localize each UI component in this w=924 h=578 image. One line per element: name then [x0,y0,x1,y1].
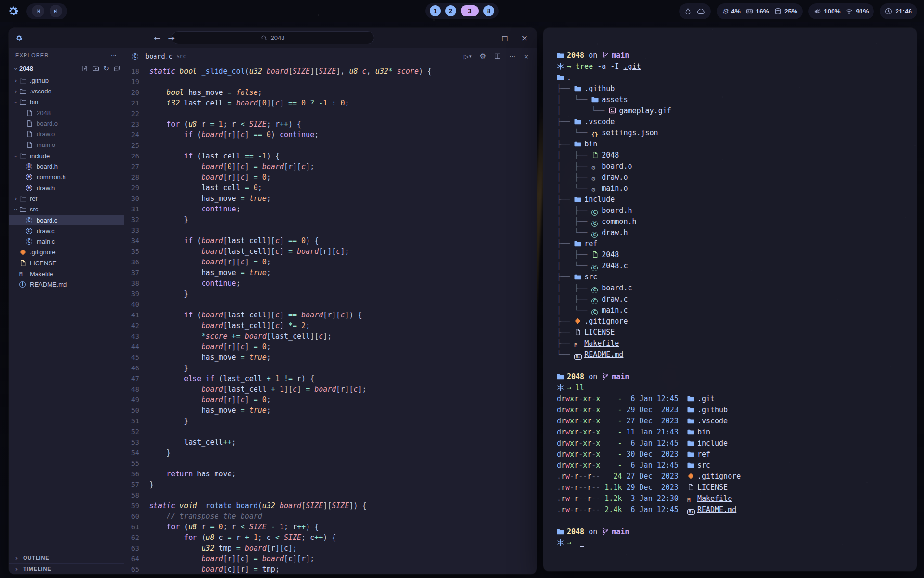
tab-board-c[interactable]: C board.c src [132,53,187,60]
code-line[interactable]: 21 i32 last_cell = board[0][c] == 0 ? -1… [124,98,537,108]
explorer-item-Makefile[interactable]: MMakefile [9,268,124,279]
code-line[interactable]: 40 [124,299,537,310]
code-line[interactable]: 54 } [124,447,537,458]
code-line[interactable]: 18static bool _slide_col(u32 board[SIZE]… [124,66,537,77]
code-line[interactable]: 28 board[r][c] = 0; [124,172,537,183]
new-file-button[interactable] [81,65,88,72]
wifi-stat[interactable]: 91% [846,8,869,15]
volume-stat[interactable]: 100% [814,8,841,15]
code-line[interactable]: 34 if (board[last_cell][c] == 0) { [124,236,537,246]
code-line[interactable]: 27 board[0][c] = board[r][c]; [124,161,537,172]
code-line[interactable]: 64 board[r][c] = board[c][r]; [124,553,537,564]
code-line[interactable]: 44 board[r][c] = 0; [124,342,537,352]
code-line[interactable]: 51 } [124,416,537,426]
explorer-item-include[interactable]: ›include [9,150,124,161]
code-line[interactable]: 31 continue; [124,204,537,214]
terminal-command-line[interactable]: → tree -a -I .git [557,61,905,72]
explorer-root-row[interactable]: › 2048 ↻ [9,63,124,74]
more-actions-button[interactable]: ⋯ [509,53,515,60]
code-line[interactable]: 24 if (board[r][c] == 0) continue; [124,130,537,140]
code-line[interactable]: 46 } [124,363,537,373]
explorer-item-.github[interactable]: ›.github [9,75,124,86]
explorer-item-.gitignore[interactable]: .gitignore [9,247,124,258]
split-editor-button[interactable] [494,53,501,60]
code-line[interactable]: 20 bool has_move = false; [124,87,537,98]
outline-panel-header[interactable]: › OUTLINE [9,552,124,563]
code-line[interactable]: 47 else if (last_cell + 1 != r) { [124,373,537,384]
code-line[interactable]: 52 [124,426,537,437]
workspace-2[interactable]: 2 [445,5,456,16]
code-line[interactable]: 65 board[c][r] = tmp; [124,564,537,574]
code-line[interactable]: 23 for (u8 r = 1; r < SIZE; r++) { [124,119,537,130]
code-line[interactable]: 61 for (u8 r = 0; r < SIZE - 1; r++) { [124,522,537,532]
code-line[interactable]: 43 *score += board[last_cell][c]; [124,331,537,342]
explorer-item-draw.h[interactable]: Hdraw.h [9,183,124,193]
code-line[interactable]: 48 board[last_cell + 1][c] = board[r][c]… [124,384,537,394]
weather-widget[interactable] [679,3,711,19]
explorer-item-board.h[interactable]: Hboard.h [9,161,124,171]
timeline-panel-header[interactable]: › TIMELINE [9,563,124,574]
explorer-item-bin[interactable]: ›bin [9,97,124,107]
explorer-item-.vscode[interactable]: ›.vscode [9,86,124,96]
explorer-more-icon[interactable]: ⋯ [111,52,117,59]
settings-gear-icon[interactable]: ⚙ [480,52,486,61]
code-line[interactable]: 22 [124,108,537,119]
code-line[interactable]: 60 // transpose the board [124,511,537,522]
code-line[interactable]: 38 continue; [124,278,537,289]
code-line[interactable]: 63 u32 tmp = board[r][c]; [124,543,537,553]
code-line[interactable]: 37 has_move = true; [124,267,537,278]
explorer-item-common.h[interactable]: Hcommon.h [9,172,124,183]
explorer-item-README.md[interactable]: iREADME.md [9,279,124,290]
nav-back-button[interactable]: ← [154,34,160,43]
explorer-item-draw.o[interactable]: draw.o [9,129,124,139]
code-line[interactable]: 53 last_cell++; [124,437,537,447]
terminal-command-line[interactable]: → ll [557,382,905,394]
minimize-button[interactable]: — [482,34,489,42]
code-line[interactable]: 32 } [124,214,537,225]
explorer-item-LICENSE[interactable]: LICENSE [9,258,124,268]
code-line[interactable]: 55 [124,458,537,469]
code-line[interactable]: 26 if (last_cell == -1) { [124,151,537,161]
code-editor[interactable]: 18static bool _slide_col(u32 board[SIZE]… [124,65,537,574]
code-line[interactable]: 41 if (board[last_cell][c] == board[r][c… [124,310,537,320]
code-line[interactable]: 57} [124,479,537,490]
clock-widget[interactable]: 21:46 [880,3,917,19]
explorer-item-src[interactable]: ›src [9,204,124,215]
code-line[interactable]: 30 has_move = true; [124,193,537,204]
media-prev-button[interactable] [32,5,44,17]
code-line[interactable]: 39 } [124,289,537,299]
system-logo-icon[interactable] [7,5,20,18]
code-line[interactable]: 50 has_move = true; [124,405,537,416]
code-line[interactable]: 36 board[r][c] = 0; [124,257,537,267]
close-button[interactable]: × [521,33,528,43]
explorer-item-main.o[interactable]: main.o [9,140,124,150]
code-line[interactable]: 62 for (u8 c = r + 1; c < SIZE; c++) { [124,532,537,543]
maximize-button[interactable]: □ [502,34,508,42]
code-line[interactable]: 19 [124,77,537,87]
explorer-item-board.c[interactable]: Cboard.c [9,215,124,225]
command-center-search[interactable]: 2048 [171,31,374,44]
code-line[interactable]: 29 last_cell = 0; [124,183,537,193]
explorer-item-board.o[interactable]: board.o [9,118,124,129]
code-line[interactable]: 42 board[last_cell][c] *= 2; [124,320,537,331]
code-line[interactable]: 33 [124,225,537,236]
terminal-body[interactable]: 2048 on main→ tree -a -I .git.├── .githu… [543,28,917,569]
nav-forward-button[interactable]: → [168,34,174,43]
code-line[interactable]: 25 [124,140,537,151]
explorer-item-ref[interactable]: ›ref [9,193,124,204]
code-line[interactable]: 59static void _rotate_board(u32 board[SI… [124,500,537,511]
run-button[interactable]: ▷▾ [464,53,472,60]
workspace-8[interactable]: 8 [483,5,494,16]
media-next-button[interactable] [50,5,62,17]
explorer-item-draw.c[interactable]: Cdraw.c [9,225,124,236]
code-line[interactable]: 56 return has_move; [124,469,537,479]
workspace-1[interactable]: 1 [430,5,441,16]
explorer-item-2048[interactable]: 2048 [9,107,124,118]
code-line[interactable]: 49 board[r][c] = 0; [124,394,537,405]
code-line[interactable]: 35 board[last_cell][c] = board[r][c]; [124,246,537,257]
collapse-all-button[interactable] [114,65,120,72]
terminal-command-line[interactable]: → [557,538,905,549]
new-folder-button[interactable] [92,65,99,72]
close-editor-button[interactable]: × [524,53,529,60]
refresh-button[interactable]: ↻ [103,65,109,72]
